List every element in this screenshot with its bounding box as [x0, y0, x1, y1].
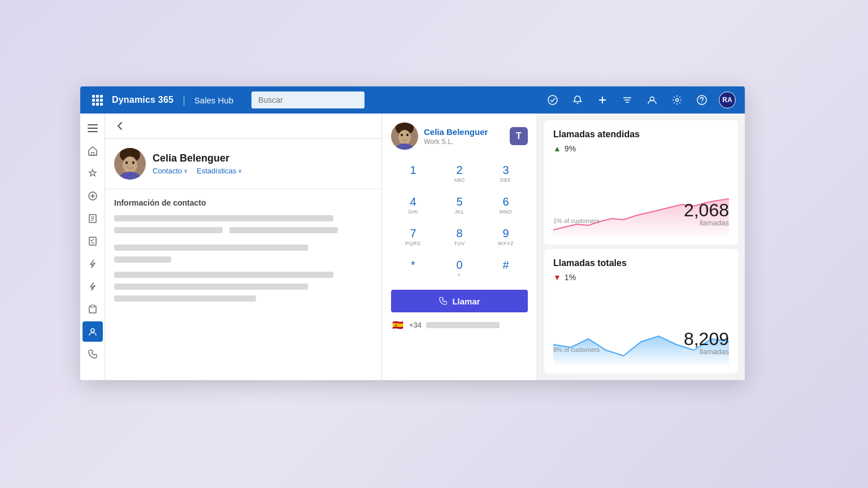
sidebar-item-tasks2[interactable]: [83, 231, 103, 251]
svg-point-33: [401, 134, 403, 136]
user-icon[interactable]: [644, 92, 660, 108]
svg-point-28: [132, 162, 134, 164]
svg-point-8: [676, 99, 679, 102]
dialpad-key-star[interactable]: *: [391, 254, 435, 283]
dialpad-contact-name: Celia Belenguer: [424, 127, 488, 137]
topbar: Dynamics 365 | Sales Hub: [80, 86, 745, 114]
svg-point-27: [125, 162, 128, 164]
stat-number-attended: 2,068 llamadas: [684, 201, 729, 226]
stat-chart-area-totales: 9% of customers 8,209 llamadas: [553, 284, 729, 364]
stats-panels: Llamadas atendidas ▲ 9%: [537, 114, 745, 380]
module-title: Sales Hub: [194, 95, 233, 105]
stat-trend-attended: ▲ 9%: [553, 144, 729, 153]
contact-name-area: Celia Belenguer Contacto Estadísticas: [153, 152, 242, 175]
dialpad-panel: Celia Belenguer Work S.L. T 1 2 ABC 3: [382, 114, 537, 380]
stat-card-totales: Llamadas totales ▼ 1%: [544, 249, 738, 373]
contact-tab[interactable]: Contacto: [153, 167, 188, 175]
stat-trend-totales: ▼ 1%: [553, 273, 729, 282]
svg-point-26: [123, 156, 137, 173]
dialpad-key-2[interactable]: 2 ABC: [437, 159, 481, 188]
dialpad-contact: Celia Belenguer Work S.L. T: [391, 123, 528, 150]
sidebar-item-activities[interactable]: [83, 163, 103, 184]
skeleton-row: [114, 227, 223, 233]
stat-number-totales: 8,209 llamadas: [684, 330, 729, 355]
dialpad-key-3[interactable]: 3 DEF: [484, 159, 528, 188]
check-circle-icon[interactable]: [545, 92, 561, 108]
help-icon[interactable]: [694, 92, 710, 108]
search-input[interactable]: [251, 91, 364, 108]
dialpad-key-7[interactable]: 7 PQRS: [391, 222, 435, 251]
skeleton-row: [114, 295, 256, 302]
call-button-label: Llamar: [452, 297, 480, 306]
sidebar-item-clipboard[interactable]: [83, 299, 103, 319]
country-code: +34: [409, 321, 422, 329]
contact-name: Celia Belenguer: [153, 152, 242, 164]
grid-icon[interactable]: [89, 92, 105, 108]
skeleton-row: [114, 256, 171, 263]
gear-icon[interactable]: [669, 92, 685, 108]
filter-icon[interactable]: [619, 92, 635, 108]
sidebar-item-add[interactable]: [83, 186, 103, 206]
stat-footnote-totales: 9% of customers: [553, 346, 600, 353]
back-button[interactable]: [114, 120, 125, 132]
stat-chart-area-attended: 1% of customers 2,068 llamadas: [553, 155, 729, 236]
dialpad-key-6[interactable]: 6 MNO: [484, 190, 528, 220]
stat-title-attended: Llamadas atendidas: [553, 129, 729, 140]
trend-arrow-down: ▼: [553, 273, 561, 282]
svg-rect-22: [91, 305, 94, 307]
stat-card-attended: Llamadas atendidas ▲ 9%: [544, 120, 738, 245]
contact-info-header: Celia Belenguer Contacto Estadísticas: [105, 139, 381, 189]
contact-body: Información de contacto: [105, 189, 381, 380]
user-avatar[interactable]: RA: [719, 91, 736, 108]
bell-icon[interactable]: [570, 92, 585, 108]
section-title: Información de contacto: [114, 198, 372, 207]
dialpad-key-9[interactable]: 9 WXYZ: [484, 222, 528, 251]
sidebar-item-tasks[interactable]: [83, 208, 103, 229]
dialpad-avatar: [391, 123, 418, 150]
svg-point-23: [91, 329, 94, 332]
trend-pct-totales: 1%: [565, 273, 576, 282]
country-flag[interactable]: 🇪🇸: [391, 318, 405, 332]
dialpad-grid: 1 2 ABC 3 DEF 4 GHI 5 JKL: [391, 159, 528, 283]
sidebar-item-lightning2[interactable]: [83, 276, 103, 297]
svg-point-32: [398, 130, 411, 145]
skeleton-row: [114, 215, 333, 221]
phone-number-skeleton: [426, 322, 500, 328]
svg-point-0: [548, 95, 557, 104]
call-button[interactable]: Llamar: [391, 290, 528, 312]
sidebar: [80, 114, 105, 380]
main-content: Celia Belenguer Contacto Estadísticas In…: [80, 114, 745, 380]
svg-point-10: [701, 102, 702, 103]
dialpad-key-hash[interactable]: #: [484, 254, 528, 283]
dialpad-key-4[interactable]: 4 GHI: [391, 190, 435, 220]
teams-icon[interactable]: T: [510, 127, 528, 145]
trend-arrow-up: ▲: [553, 144, 561, 153]
add-icon[interactable]: [594, 92, 610, 108]
skeleton-row: [114, 284, 308, 290]
contact-panel: Celia Belenguer Contacto Estadísticas In…: [105, 114, 382, 380]
app-window: Dynamics 365 | Sales Hub: [80, 86, 745, 380]
contact-avatar: [114, 148, 146, 180]
skeleton-row: [114, 272, 333, 278]
phone-flag-row: 🇪🇸 +34: [391, 318, 528, 332]
dialpad-key-0[interactable]: 0 +: [437, 254, 481, 283]
skeleton-row: [229, 227, 338, 233]
contact-nav-header: [105, 114, 381, 139]
stat-footnote-attended: 1% of customers: [553, 217, 600, 224]
svg-rect-19: [89, 237, 96, 245]
sidebar-item-home[interactable]: [83, 141, 103, 161]
svg-point-34: [406, 134, 409, 136]
stat-title-totales: Llamadas totales: [553, 258, 729, 268]
dialpad-key-8[interactable]: 8 TUV: [437, 222, 481, 251]
topbar-icons: RA: [545, 91, 736, 108]
dialpad-contact-company: Work S.L.: [424, 138, 488, 146]
dialpad-key-5[interactable]: 5 JKL: [437, 190, 481, 220]
trend-pct-attended: 9%: [565, 144, 576, 153]
dialpad-key-1[interactable]: 1: [391, 159, 435, 188]
sidebar-item-contacts[interactable]: [83, 321, 103, 342]
statistics-tab[interactable]: Estadísticas: [197, 167, 242, 175]
sidebar-hamburger[interactable]: [83, 118, 103, 138]
sidebar-item-phone[interactable]: [83, 344, 103, 364]
sidebar-item-lightning[interactable]: [83, 254, 103, 274]
app-title: Dynamics 365: [112, 95, 173, 105]
